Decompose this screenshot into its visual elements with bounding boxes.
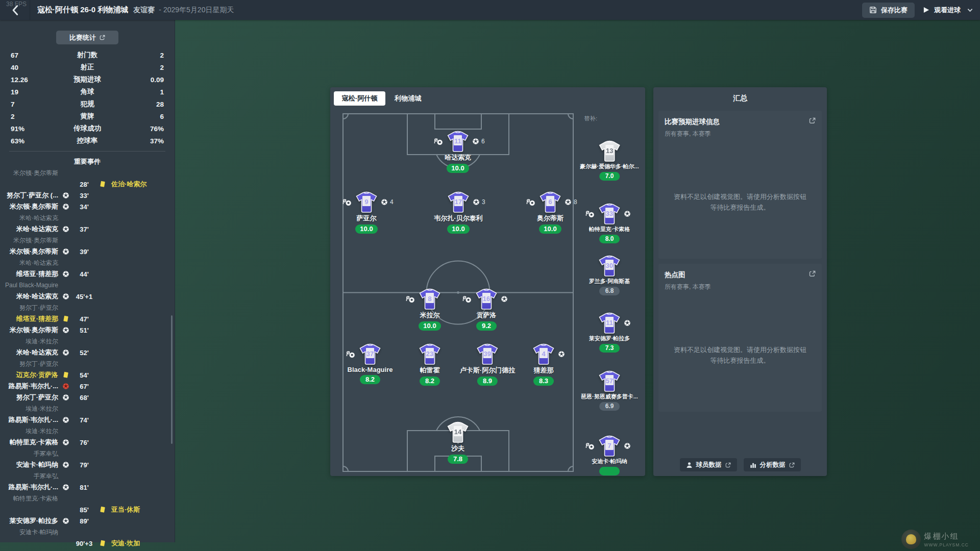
player[interactable]: 11 6 哈达索克 10.0 [431, 131, 485, 173]
stat-home-value: 91% [11, 125, 46, 133]
event-row[interactable]: 米哈·哈达索克 45'+1 [0, 291, 175, 302]
player-assist-slot [403, 295, 418, 303]
jersey-icon: 11 [598, 312, 621, 334]
player-name: 韦尔扎·贝尔泰利 [434, 214, 482, 223]
expand-icon[interactable] [809, 117, 816, 124]
player-goals-slot: 3 [470, 198, 485, 206]
summary-section-header: 热点图 [665, 270, 816, 280]
summary-button-label: 分析数据 [760, 461, 786, 469]
player-assist-slot [459, 295, 475, 303]
event-row[interactable]: 维塔亚·猜差那 44' [0, 268, 175, 280]
summary-button-icon [750, 462, 756, 468]
save-match-label: 保存比赛 [881, 6, 908, 15]
event-player-name: 维塔亚·猜差那 [0, 314, 58, 323]
summary-section-body: 资料不足以创建视觉图。请使用分析数据按钮等待比赛报告生成。 [665, 344, 816, 366]
player[interactable]: 4 猜差那 8.3 [517, 343, 571, 386]
summary-section-title: 比赛预期进球信息 [665, 117, 720, 127]
player[interactable]: 16 贡萨洛 9.2 [459, 288, 513, 331]
match-stats-button[interactable]: 比赛统计 [56, 31, 118, 44]
player-rating-badge: 10.0 [447, 164, 469, 173]
event-row[interactable]: 安迪卡·帕玛纳 79' [0, 459, 175, 470]
event-row[interactable]: 努尔丁·萨亚尔 (... 33' [0, 190, 175, 201]
event-row[interactable]: 米尔顿·奥尔蒂斯 51' [0, 324, 175, 336]
event-icon [58, 315, 74, 322]
event-row[interactable]: 路易斯·韦尔扎·... 74' [0, 414, 175, 425]
player[interactable]: 9 4 萨亚尔 10.0 [339, 191, 394, 234]
event-away-player-name: 佐治·哈索尔 [110, 180, 175, 189]
event-row[interactable]: 90'+3 安迪·坎加 [0, 538, 175, 549]
event-row[interactable]: 米尔顿·奥尔蒂斯 39' [0, 246, 175, 257]
summary-action-button[interactable]: 分析数据 [744, 458, 801, 471]
jersey-icon: 6 [538, 191, 562, 213]
event-row[interactable]: 努尔丁·萨亚尔 68' [0, 392, 175, 403]
player[interactable]: 33 帕特里克·卡索格 8.0 [582, 203, 636, 243]
stat-label: 射门数 [46, 51, 128, 60]
event-icon [58, 484, 74, 491]
jersey-icon: 30 [598, 255, 621, 277]
event-away-icon [95, 506, 110, 513]
event-time: 85' [74, 506, 95, 514]
event-player-name: 米哈·哈达索克 [0, 292, 58, 301]
player-rating-badge: 9.2 [476, 321, 497, 331]
player[interactable]: 17 3 韦尔扎·贝尔泰利 10.0 [431, 191, 485, 234]
player[interactable]: 13 豪尔赫·爱德华多·帕尔... 7.0 [580, 140, 639, 181]
event-away-icon [95, 540, 110, 547]
assist-row: 埃迪·米拉尔 [0, 403, 175, 414]
player[interactable]: 14 沙夫 7.8 [431, 421, 485, 464]
fps-counter: 38 FPS [6, 1, 27, 8]
assist-row: 安迪卡·帕玛纳 [0, 527, 175, 538]
player-name: 贡萨洛 [477, 311, 497, 320]
save-match-button[interactable]: 保存比赛 [862, 3, 915, 18]
event-row[interactable]: 路易斯·韦尔扎·... 81' [0, 482, 175, 493]
player-jersey-row: 23 [403, 343, 457, 365]
jersey-icon: 13 [598, 140, 621, 162]
topbar-actions: 保存比赛 观看进球 [862, 3, 980, 18]
player-name: 莱安德罗·帕拉多 [589, 335, 630, 342]
player-name: 豪尔赫·爱德华多·帕尔... [580, 163, 639, 170]
player[interactable]: 23 帕雷霍 8.2 [403, 343, 457, 386]
event-row[interactable]: 28' 佐治·哈索尔 [0, 179, 175, 190]
watch-goals-button[interactable]: 观看进球 [923, 6, 973, 15]
event-icon [58, 192, 74, 199]
player[interactable]: 57 琶恩·努恩威赛多普卡... 6.9 [581, 370, 638, 411]
jersey-icon: 4 [532, 343, 555, 365]
summary-button-icon [686, 462, 693, 468]
player[interactable]: 6 8 奥尔蒂斯 10.0 [523, 191, 577, 234]
event-row[interactable]: 米哈·哈达索克 52' [0, 347, 175, 358]
player-jersey-row: 11 [582, 312, 636, 334]
jersey-number: 17 [455, 198, 462, 206]
match-date: - 2029年5月20日星期天 [159, 6, 234, 15]
player[interactable]: 37 Black-Maguire 8.2 [343, 343, 397, 384]
events-scrollbar[interactable] [171, 315, 173, 444]
player-rating-badge: 8.0 [599, 235, 620, 243]
stat-away-value: 1 [128, 88, 164, 96]
event-row[interactable]: 迈克尔·贡萨洛 54' [0, 369, 175, 381]
event-player-name: 迈克尔·贡萨洛 [0, 370, 58, 380]
player[interactable]: 39 卢卡斯·阿尔门德拉 8.9 [460, 343, 515, 386]
assist-player-name: 手冢幸弘 [0, 449, 58, 458]
expand-icon[interactable] [809, 270, 816, 277]
summary-action-button[interactable]: 球员数据 [680, 458, 737, 471]
event-time: 39' [74, 248, 95, 256]
player-name: 猜差那 [534, 366, 554, 375]
player[interactable]: 30 罗兰多·阿南斯基 6.8 [582, 255, 636, 295]
event-row[interactable]: 维塔亚·猜差那 47' [0, 313, 175, 324]
event-row[interactable]: 路易斯·韦尔扎·... 67' [0, 381, 175, 392]
event-row[interactable]: 米哈·哈达索克 37' [0, 223, 175, 235]
event-row[interactable]: 米尔顿·奥尔蒂斯 34' [0, 201, 175, 212]
assist-row: Paul Black-Maguire [0, 280, 175, 291]
player-rating-badge: 8.2 [360, 375, 380, 384]
player-rating-badge: 6.8 [599, 287, 620, 295]
event-row[interactable]: 85' 亚当·休斯 [0, 504, 175, 515]
event-player-name: 米哈·哈达索克 [0, 348, 58, 357]
event-row[interactable]: 帕特里克·卡索格 76' [0, 437, 175, 448]
jersey-number: 4 [542, 350, 546, 358]
stat-label: 射正 [46, 63, 128, 72]
player[interactable]: 8 米拉尔 10.0 [403, 288, 457, 331]
player[interactable]: 7 安迪卡·帕玛纳 [582, 435, 636, 475]
player-name: 帕雷霍 [420, 366, 440, 375]
event-row[interactable]: 莱安德罗·帕拉多 89' [0, 515, 175, 527]
jersey-number: 11 [606, 319, 613, 327]
jersey-icon: 33 [598, 203, 621, 224]
player[interactable]: 11 莱安德罗·帕拉多 7.3 [582, 312, 636, 353]
